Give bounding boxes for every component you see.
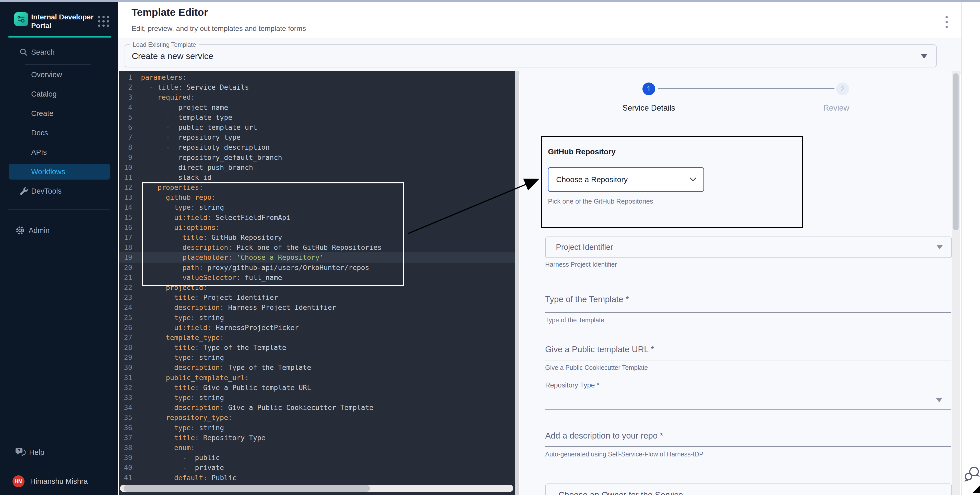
repo-description-underline	[545, 446, 951, 447]
sidebar-item-help[interactable]: ? Help	[0, 442, 118, 462]
code-line-14: 14 type: string	[119, 202, 519, 212]
sidebar-user[interactable]: HM Himanshu Mishra	[0, 473, 118, 489]
public-template-url-input[interactable]: Give a Public template URL *	[545, 345, 654, 354]
load-template-select[interactable]: Load Existing Template Create a new serv…	[125, 45, 937, 67]
repository-type-select[interactable]	[545, 409, 951, 410]
idp-logo-icon	[14, 12, 28, 26]
code-line-3: 3 required:	[119, 92, 519, 102]
code-lines: 1parameters:2 - title: Service Details3 …	[119, 72, 519, 493]
sidebar-item-catalog[interactable]: Catalog	[0, 84, 118, 104]
sidebar-item-apis[interactable]: APIs	[0, 143, 118, 162]
sidebar-item-admin[interactable]: Admin	[0, 221, 118, 240]
code-line-10: 10 - direct_push_branch	[119, 162, 519, 172]
gear-icon	[15, 225, 25, 236]
code-line-9: 9 - repository_default_branch	[119, 153, 519, 162]
sidebar-item-label: Create	[31, 109, 53, 118]
code-line-25: 25 type: string	[119, 313, 519, 323]
code-line-17: 17 title: GitHub Repository	[119, 232, 519, 242]
code-line-11: 11 - slack_id	[119, 172, 519, 182]
step-2-label: Review	[811, 103, 862, 113]
editor-vertical-scrollbar[interactable]	[515, 71, 519, 495]
code-line-7: 7 - repository_type	[119, 132, 519, 142]
sidebar-item-search[interactable]: Search	[0, 42, 118, 62]
svg-text:?: ?	[18, 448, 20, 453]
user-name: Himanshu Mishra	[30, 477, 88, 485]
load-template-bar: Load Existing Template Create a new serv…	[118, 38, 961, 74]
sidebar-item-label: DevTools	[31, 187, 62, 196]
public-template-url-underline	[545, 360, 951, 360]
code-line-36: 36 type: string	[119, 423, 519, 433]
caret-down-icon	[921, 54, 928, 59]
project-identifier-select[interactable]: Project Identifier	[545, 237, 952, 258]
project-identifier-value: Project Identifier	[556, 237, 613, 258]
sidebar-item-create[interactable]: Create	[0, 104, 118, 123]
kebab-menu-icon[interactable]	[942, 14, 951, 30]
editor-horizontal-scrollbar-thumb[interactable]	[124, 485, 370, 492]
code-line-31: 31 public_template_url:	[119, 372, 519, 383]
code-line-16: 16 ui:options:	[119, 223, 519, 232]
yaml-code-editor[interactable]: 1parameters:2 - title: Service Details3 …	[119, 71, 519, 495]
github-repository-value: Choose a Repository	[556, 168, 628, 191]
page-title: Template Editor	[132, 6, 208, 18]
code-line-4: 4 - project_name	[119, 102, 519, 112]
sidebar-item-label: Workflows	[31, 167, 65, 176]
code-line-26: 26 ui:field: HarnessProjectPicker	[119, 323, 519, 333]
code-line-27: 27 template_type:	[119, 333, 519, 342]
sidebar-item-workflows[interactable]: Workflows	[0, 162, 118, 181]
code-line-5: 5 - template_type	[119, 112, 519, 123]
avatar: HM	[13, 475, 24, 487]
load-template-value: Create a new service	[132, 45, 213, 67]
sidebar-nav: OverviewCatalogCreateDocsAPIsWorkflowsDe…	[0, 65, 118, 201]
help-label: Help	[29, 448, 45, 457]
project-identifier-helper: Harness Project Identifier	[545, 261, 617, 268]
caret-down-icon	[936, 398, 942, 402]
repository-type-label: Repository Type *	[545, 381, 600, 389]
code-line-30: 30 description: Type of the Template	[119, 363, 519, 372]
owner-select[interactable]: Choose an Owner for the Service	[545, 484, 952, 495]
owner-select-label: Choose an Owner for the Service	[558, 490, 683, 495]
step-1-circle[interactable]: 1	[643, 83, 655, 95]
code-line-39: 39 - public	[119, 453, 519, 463]
right-edge-strip	[962, 2, 980, 495]
step-2-circle[interactable]: 2	[836, 83, 849, 95]
code-line-6: 6 - public_template_url	[119, 123, 519, 132]
search-label: Search	[31, 48, 55, 56]
github-repository-select[interactable]: Choose a Repository	[548, 167, 704, 192]
sidebar-divider-bottom	[8, 209, 110, 210]
page-subtitle: Edit, preview, and try out templates and…	[132, 24, 306, 33]
code-line-22: 22 projectId:	[119, 282, 519, 293]
step-1-label: Service Details	[617, 103, 681, 113]
repo-description-input[interactable]: Add a description to your repo *	[545, 431, 663, 441]
github-repository-label: GitHub Repository	[548, 147, 616, 156]
admin-label: Admin	[29, 226, 49, 235]
template-type-underline	[545, 312, 951, 313]
sidebar: Internal Developer Portal Search Overvie…	[0, 2, 118, 495]
code-line-20: 20 path: proxy/github-api/users/OrkoHunt…	[119, 263, 519, 272]
code-line-1: 1parameters:	[119, 72, 519, 82]
sidebar-item-overview[interactable]: Overview	[0, 65, 118, 84]
code-line-24: 24 description: Harness Project Identifi…	[119, 302, 519, 312]
panel-scrollbar[interactable]	[951, 71, 960, 495]
sidebar-item-docs[interactable]: Docs	[0, 123, 118, 143]
code-line-12: 12 properties:	[119, 182, 519, 192]
code-line-29: 29 type: string	[119, 352, 519, 363]
chat-widget-icon[interactable]	[964, 465, 980, 482]
apps-grid-icon[interactable]	[98, 16, 109, 27]
wrench-icon	[19, 186, 29, 196]
chevron-down-icon	[689, 177, 697, 182]
caret-down-icon	[937, 245, 943, 249]
code-line-23: 23 title: Project Identifier	[119, 293, 519, 302]
github-repository-helper: Pick one of the GitHub Repositories	[548, 197, 653, 205]
sidebar-divider	[25, 64, 91, 65]
code-line-34: 34 description: Give a Public Cookiecutt…	[119, 403, 519, 412]
panel-scrollbar-thumb[interactable]	[953, 73, 959, 231]
editor-horizontal-scrollbar[interactable]	[120, 485, 513, 492]
code-line-19: 19 placeholder: 'Choose a Repository'	[119, 252, 519, 262]
code-line-38: 38 enum:	[119, 442, 519, 453]
brand-title: Internal Developer Portal	[31, 13, 95, 30]
template-type-input[interactable]: Type of the Template *	[545, 294, 629, 304]
sidebar-item-devtools[interactable]: DevTools	[0, 181, 118, 201]
code-line-13: 13 github_repo:	[119, 192, 519, 202]
code-line-37: 37 title: Repository Type	[119, 433, 519, 442]
stepper-connector	[658, 88, 834, 89]
